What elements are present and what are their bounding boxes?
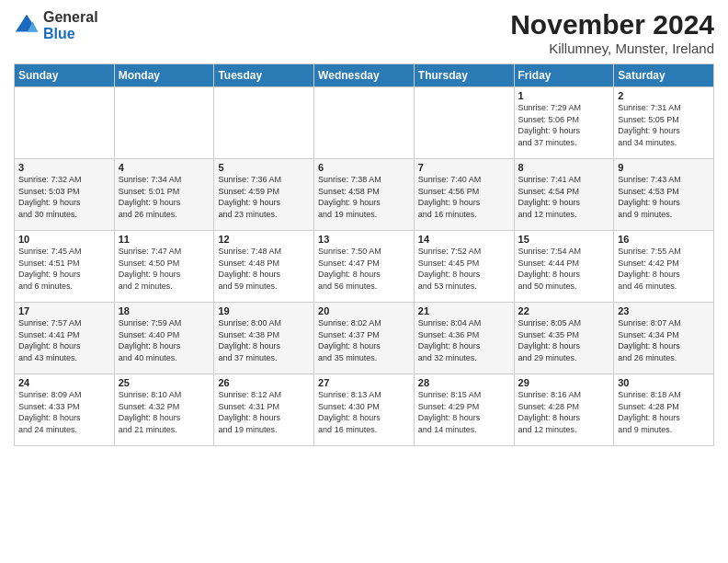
header-monday: Monday [114,64,214,87]
day-cell: 30Sunrise: 8:18 AM Sunset: 4:28 PM Dayli… [614,374,714,446]
day-cell: 1Sunrise: 7:29 AM Sunset: 5:06 PM Daylig… [514,87,614,159]
day-number: 27 [318,377,410,388]
day-number: 29 [518,377,610,388]
day-info: Sunrise: 7:31 AM Sunset: 5:05 PM Dayligh… [618,102,710,148]
logo-text: General Blue [43,9,98,41]
day-info: Sunrise: 8:05 AM Sunset: 4:35 PM Dayligh… [518,317,610,363]
title-block: November 2024 Killumney, Munster, Irelan… [510,9,714,56]
calendar-body: 1Sunrise: 7:29 AM Sunset: 5:06 PM Daylig… [15,87,714,446]
day-cell: 28Sunrise: 8:15 AM Sunset: 4:29 PM Dayli… [414,374,514,446]
logo: General Blue [14,9,98,41]
day-number: 23 [618,305,710,316]
day-cell [15,87,115,159]
day-cell: 3Sunrise: 7:32 AM Sunset: 5:03 PM Daylig… [15,159,115,231]
day-cell: 8Sunrise: 7:41 AM Sunset: 4:54 PM Daylig… [514,159,614,231]
day-info: Sunrise: 7:38 AM Sunset: 4:58 PM Dayligh… [318,174,410,220]
day-cell: 20Sunrise: 8:02 AM Sunset: 4:37 PM Dayli… [314,303,415,374]
day-number: 14 [418,234,510,245]
day-number: 18 [119,305,210,316]
header: General Blue November 2024 Killumney, Mu… [14,9,714,56]
day-number: 26 [218,377,310,388]
day-number: 6 [318,162,410,173]
day-cell: 7Sunrise: 7:40 AM Sunset: 4:56 PM Daylig… [414,159,514,231]
day-cell: 23Sunrise: 8:07 AM Sunset: 4:34 PM Dayli… [614,303,714,374]
day-info: Sunrise: 7:47 AM Sunset: 4:50 PM Dayligh… [119,246,210,292]
day-cell: 5Sunrise: 7:36 AM Sunset: 4:59 PM Daylig… [214,159,314,231]
day-cell [314,87,415,159]
day-info: Sunrise: 7:32 AM Sunset: 5:03 PM Dayligh… [18,174,110,220]
day-cell: 27Sunrise: 8:13 AM Sunset: 4:30 PM Dayli… [314,374,415,446]
day-info: Sunrise: 7:40 AM Sunset: 4:56 PM Dayligh… [418,174,510,220]
week-row-1: 3Sunrise: 7:32 AM Sunset: 5:03 PM Daylig… [15,159,714,231]
day-cell [114,87,214,159]
day-number: 24 [18,377,110,388]
day-info: Sunrise: 8:12 AM Sunset: 4:31 PM Dayligh… [218,389,310,435]
day-info: Sunrise: 8:18 AM Sunset: 4:28 PM Dayligh… [618,389,710,435]
header-friday: Friday [514,64,614,87]
day-cell [414,87,514,159]
day-info: Sunrise: 8:04 AM Sunset: 4:36 PM Dayligh… [418,317,510,363]
day-number: 20 [318,305,410,316]
day-info: Sunrise: 8:09 AM Sunset: 4:33 PM Dayligh… [18,389,110,435]
day-number: 11 [119,234,210,245]
day-cell: 22Sunrise: 8:05 AM Sunset: 4:35 PM Dayli… [514,303,614,374]
day-cell: 10Sunrise: 7:45 AM Sunset: 4:51 PM Dayli… [15,231,115,303]
day-cell: 16Sunrise: 7:55 AM Sunset: 4:42 PM Dayli… [614,231,714,303]
day-cell: 21Sunrise: 8:04 AM Sunset: 4:36 PM Dayli… [414,303,514,374]
day-number: 19 [218,305,310,316]
day-info: Sunrise: 7:50 AM Sunset: 4:47 PM Dayligh… [318,246,410,292]
day-cell: 25Sunrise: 8:10 AM Sunset: 4:32 PM Dayli… [114,374,214,446]
day-info: Sunrise: 7:48 AM Sunset: 4:48 PM Dayligh… [218,246,310,292]
day-cell: 29Sunrise: 8:16 AM Sunset: 4:28 PM Dayli… [514,374,614,446]
day-cell: 19Sunrise: 8:00 AM Sunset: 4:38 PM Dayli… [214,303,314,374]
day-cell: 15Sunrise: 7:54 AM Sunset: 4:44 PM Dayli… [514,231,614,303]
day-number: 22 [518,305,610,316]
day-number: 7 [418,162,510,173]
calendar-header: Sunday Monday Tuesday Wednesday Thursday… [15,64,714,87]
day-number: 12 [218,234,310,245]
day-info: Sunrise: 7:45 AM Sunset: 4:51 PM Dayligh… [18,246,110,292]
day-info: Sunrise: 7:36 AM Sunset: 4:59 PM Dayligh… [218,174,310,220]
day-cell: 11Sunrise: 7:47 AM Sunset: 4:50 PM Dayli… [114,231,214,303]
day-cell: 4Sunrise: 7:34 AM Sunset: 5:01 PM Daylig… [114,159,214,231]
day-number: 30 [618,377,710,388]
day-cell: 12Sunrise: 7:48 AM Sunset: 4:48 PM Dayli… [214,231,314,303]
day-cell: 18Sunrise: 7:59 AM Sunset: 4:40 PM Dayli… [114,303,214,374]
day-number: 15 [518,234,610,245]
day-number: 4 [119,162,210,173]
day-cell: 9Sunrise: 7:43 AM Sunset: 4:53 PM Daylig… [614,159,714,231]
day-info: Sunrise: 8:10 AM Sunset: 4:32 PM Dayligh… [119,389,210,435]
day-cell: 24Sunrise: 8:09 AM Sunset: 4:33 PM Dayli… [15,374,115,446]
header-tuesday: Tuesday [214,64,314,87]
header-sunday: Sunday [15,64,115,87]
day-info: Sunrise: 8:16 AM Sunset: 4:28 PM Dayligh… [518,389,610,435]
week-row-4: 24Sunrise: 8:09 AM Sunset: 4:33 PM Dayli… [15,374,714,446]
week-row-2: 10Sunrise: 7:45 AM Sunset: 4:51 PM Dayli… [15,231,714,303]
day-number: 25 [119,377,210,388]
day-cell: 6Sunrise: 7:38 AM Sunset: 4:58 PM Daylig… [314,159,415,231]
day-cell [214,87,314,159]
page: General Blue November 2024 Killumney, Mu… [0,0,728,563]
logo-general-text: General [43,9,98,26]
week-row-3: 17Sunrise: 7:57 AM Sunset: 4:41 PM Dayli… [15,303,714,374]
day-number: 2 [618,90,710,101]
day-info: Sunrise: 8:15 AM Sunset: 4:29 PM Dayligh… [418,389,510,435]
day-info: Sunrise: 7:43 AM Sunset: 4:53 PM Dayligh… [618,174,710,220]
day-number: 28 [418,377,510,388]
day-cell: 2Sunrise: 7:31 AM Sunset: 5:05 PM Daylig… [614,87,714,159]
day-number: 21 [418,305,510,316]
calendar-table: Sunday Monday Tuesday Wednesday Thursday… [14,63,714,446]
logo-icon [14,13,40,39]
day-info: Sunrise: 7:55 AM Sunset: 4:42 PM Dayligh… [618,246,710,292]
header-thursday: Thursday [414,64,514,87]
header-wednesday: Wednesday [314,64,415,87]
day-number: 13 [318,234,410,245]
main-title: November 2024 [510,9,714,40]
day-cell: 26Sunrise: 8:12 AM Sunset: 4:31 PM Dayli… [214,374,314,446]
day-number: 1 [518,90,610,101]
day-number: 17 [18,305,110,316]
day-info: Sunrise: 7:34 AM Sunset: 5:01 PM Dayligh… [119,174,210,220]
day-info: Sunrise: 8:02 AM Sunset: 4:37 PM Dayligh… [318,317,410,363]
day-info: Sunrise: 8:00 AM Sunset: 4:38 PM Dayligh… [218,317,310,363]
day-number: 8 [518,162,610,173]
